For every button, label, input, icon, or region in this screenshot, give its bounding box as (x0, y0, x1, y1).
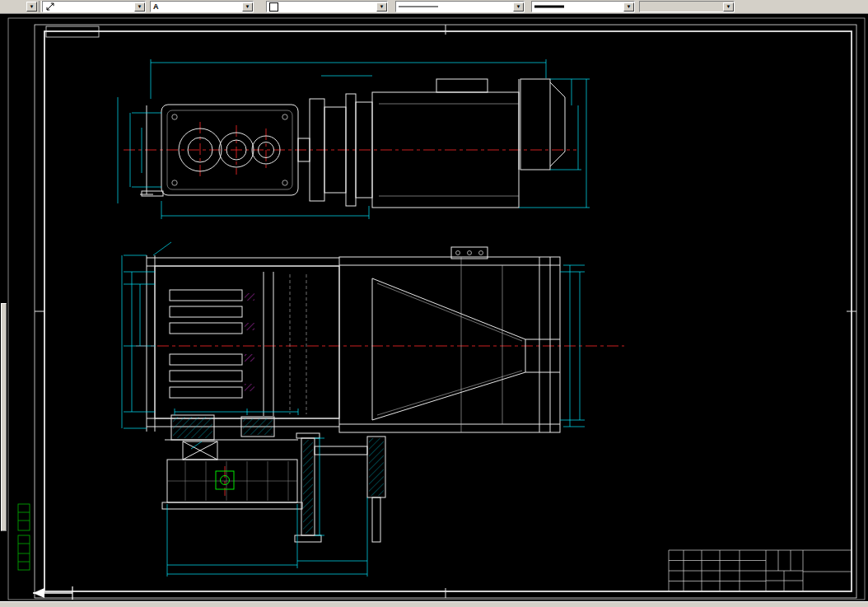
lineweight-dropdown-arrow-icon[interactable]: ▼ (623, 2, 634, 12)
linetype-sample-icon (399, 3, 438, 10)
vertical-scrollbar[interactable] (1, 303, 7, 531)
revision-mark-boxes (18, 504, 30, 570)
dimension-style-icon (45, 2, 55, 12)
toolbar: ▼ ▼ A ▼ ▼ ▼ (0, 0, 868, 14)
drawing-frame (8, 18, 865, 600)
cad-application-window: ▼ ▼ A ▼ ▼ ▼ (0, 0, 868, 607)
plotstyle-combo: ▼ (639, 1, 735, 12)
plotstyle-dropdown-arrow-icon: ▼ (723, 2, 734, 12)
color-swatch-icon (269, 2, 278, 12)
dimstyle-dropdown-arrow-icon[interactable]: ▼ (134, 2, 145, 12)
drawing-geometry (140, 79, 565, 542)
drawing-viewport[interactable] (0, 13, 868, 607)
lineweight-sample-icon (534, 3, 564, 10)
linetype-combo[interactable]: ▼ (395, 1, 525, 12)
hatch-areas (173, 293, 384, 534)
horizontal-scrollbar[interactable] (0, 601, 868, 607)
lineweight-combo[interactable]: ▼ (531, 1, 635, 12)
color-dropdown-arrow-icon[interactable]: ▼ (376, 2, 387, 12)
title-block (669, 550, 852, 591)
linetype-dropdown-arrow-icon[interactable]: ▼ (513, 2, 524, 12)
textstyle-dropdown-arrow-icon[interactable]: ▼ (242, 2, 253, 12)
color-combo[interactable]: ▼ (266, 1, 388, 12)
style-dropdown-arrow-button[interactable]: ▼ (26, 2, 37, 12)
ucs-icon (33, 586, 72, 600)
dimstyle-combo[interactable]: ▼ (42, 1, 146, 12)
text-style-icon: A (153, 2, 159, 11)
textstyle-combo[interactable]: A ▼ (150, 1, 254, 12)
